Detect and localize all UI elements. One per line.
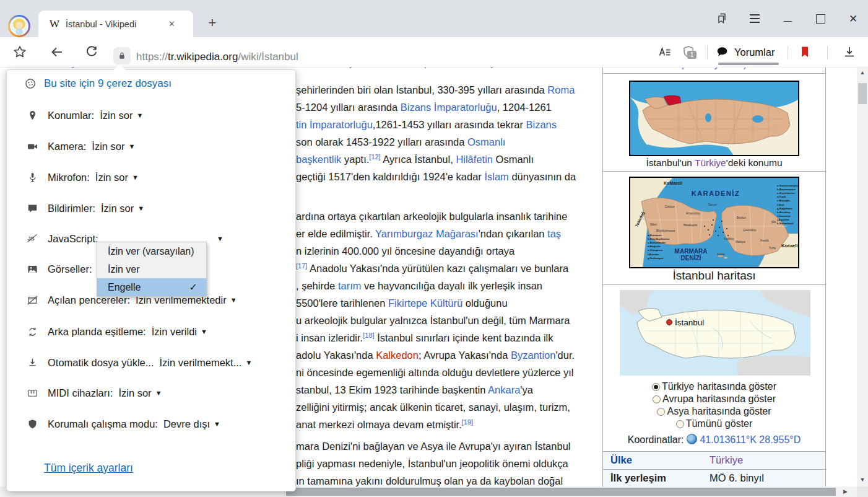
permission-row-javascript[interactable]: JSJavaScript:▼ (25, 231, 98, 247)
chevron-down-icon[interactable]: ▼ (136, 112, 143, 119)
article-link[interactable]: başkentlik (296, 154, 341, 165)
radio-icon[interactable] (652, 383, 660, 391)
vertical-scroll-thumb[interactable] (858, 83, 867, 104)
dropdown-item-option[interactable]: İzin ver (97, 260, 206, 278)
radio-option[interactable]: Tümünü göster (603, 418, 825, 430)
article-link[interactable]: Kalkedon (376, 350, 419, 361)
chevron-down-icon[interactable]: ▼ (155, 389, 162, 397)
chevron-down-icon[interactable]: ▼ (129, 143, 136, 150)
collections-icon[interactable] (716, 12, 728, 25)
permission-value[interactable]: İzin verilmemekt... (160, 357, 242, 369)
scroll-up-icon[interactable]: ▲ (857, 69, 868, 76)
bookmark-icon[interactable] (797, 45, 812, 59)
country-value[interactable]: Türkiye (710, 454, 743, 466)
chevron-down-icon[interactable]: ▼ (245, 359, 252, 366)
permission-row-camera[interactable]: Kamera:İzin sor▼ (25, 138, 135, 154)
reference-link[interactable]: [18] (363, 332, 374, 339)
close-button[interactable]: ✕ (847, 12, 859, 25)
turkey-locator-map[interactable]: İstanbul (620, 290, 810, 376)
svg-text:Çatalca: Çatalca (665, 205, 675, 208)
article-link[interactable]: Ankara (488, 384, 520, 395)
all-content-settings-link[interactable]: Tüm içerik ayarları (44, 462, 133, 475)
permission-value[interactable]: İzin sor (101, 203, 134, 214)
permission-value[interactable]: İzin sor (118, 387, 151, 399)
istanbul-district-map[interactable]: KARADENİZ MARMARA DENİZİ Kırklareli Teki… (629, 177, 799, 268)
dropdown-item-option[interactable]: İzin ver (varsayılan) (97, 242, 206, 260)
map1-caption-link[interactable]: Türkiye (695, 157, 726, 168)
article-link[interactable]: tarım (338, 280, 362, 291)
reference-link[interactable]: [17] (296, 262, 307, 270)
permission-value[interactable]: İzin sor (100, 110, 132, 121)
chevron-down-icon[interactable]: ▼ (201, 328, 207, 335)
radio-icon[interactable] (653, 395, 661, 403)
article-text: 5500'lere tarihlenen (296, 297, 388, 309)
article-link[interactable]: taş (547, 228, 561, 239)
country-label[interactable]: Ülke (610, 454, 632, 466)
chevron-down-icon[interactable]: ▼ (230, 296, 237, 304)
article-link[interactable]: Hilâfetin (456, 154, 493, 165)
radio-icon[interactable] (657, 408, 665, 416)
article-link[interactable]: tin İmparatorluğu (296, 119, 373, 130)
article-link[interactable]: Yarımburgaz Mağarası (375, 228, 479, 239)
scroll-right-icon[interactable]: ▶ (843, 488, 848, 495)
article-link[interactable]: Byzantion (511, 350, 555, 361)
svg-text:c-Zeytinburnu: c-Zeytinburnu (777, 191, 795, 195)
article-link[interactable]: Bizans İmparatorluğu (401, 102, 497, 113)
permission-value[interactable]: İzin sor (92, 141, 124, 152)
permission-row-background-sync[interactable]: Arka planda eşitleme:İzin verildi▼ (25, 323, 207, 340)
tab-istanbul[interactable]: W İstanbul - Vikipedi ✕ (38, 11, 193, 37)
immersive-reader-icon[interactable] (658, 45, 672, 59)
permission-row-location[interactable]: Konumlar:İzin sor▼ (25, 107, 143, 123)
reference-link[interactable]: [19] (462, 418, 473, 426)
comments-button[interactable]: Yorumlar (716, 45, 775, 59)
article-link[interactable]: Osmanlı (467, 136, 505, 147)
tracking-shield-icon[interactable]: 1 (681, 45, 696, 59)
permission-row-microphone[interactable]: Mikrofon:İzin sor▼ (25, 169, 139, 185)
article-link[interactable]: İslam (484, 171, 508, 182)
permission-value[interactable]: İzin verildi (152, 326, 197, 338)
permission-row-images[interactable]: Görseller: (25, 261, 92, 277)
vertical-scrollbar[interactable]: ▲ ▼ (857, 67, 868, 486)
article-link[interactable]: Roma (547, 84, 575, 95)
profile-avatar[interactable] (8, 15, 30, 37)
scroll-down-icon[interactable]: ▼ (857, 477, 868, 483)
chevron-down-icon[interactable]: ▼ (214, 420, 220, 428)
article-link[interactable]: Bizans (526, 119, 557, 130)
chevron-down-icon[interactable]: ▼ (217, 235, 224, 242)
shield-badge: 1 (687, 51, 697, 59)
article-link[interactable]: Fikirtepe Kültürü (388, 297, 462, 309)
permission-row-auto-download[interactable]: Otomatik dosya yükle...İzin verilmemekt.… (25, 354, 252, 371)
permission-value[interactable]: İzin sor (95, 172, 128, 183)
menu-icon[interactable] (749, 12, 761, 25)
dropdown-item-selected[interactable]: Engelle✓ (97, 278, 206, 296)
back-icon[interactable] (50, 45, 64, 59)
radio-label: Asya haritasında göster (667, 406, 771, 417)
coordinates-link[interactable]: 41.013611°K 28.955°D (700, 434, 801, 445)
reload-icon[interactable] (84, 45, 99, 59)
new-tab-button[interactable]: + (204, 15, 220, 31)
chevron-down-icon[interactable]: ▼ (137, 205, 144, 212)
maximize-button[interactable] (814, 12, 827, 25)
cookies-row[interactable]: Bu site için 9 çerez dosyası (24, 77, 171, 90)
radio-icon[interactable] (676, 420, 684, 428)
favorites-star-icon[interactable] (12, 45, 27, 59)
radio-option[interactable]: Avrupa haritasında göster (603, 393, 825, 405)
address-bar[interactable]: https://tr.wikipedia.org/wiki/İstanbul (136, 51, 298, 63)
permission-row-midi[interactable]: MIDI cihazları:İzin sor▼ (25, 385, 162, 401)
javascript-permission-dropdown: İzin ver (varsayılan)İzin verEngelle✓ (97, 242, 207, 297)
minimize-button[interactable] (781, 12, 794, 25)
cookies-link[interactable]: Bu site için 9 çerez dosyası (44, 77, 171, 90)
svg-text:Kadıköy: Kadıköy (724, 237, 734, 240)
radio-selected[interactable]: Türkiye haritasında göster (603, 380, 825, 393)
reference-link[interactable]: [12] (369, 153, 380, 161)
downloads-icon[interactable] (842, 45, 857, 59)
tab-close-icon[interactable]: ✕ (168, 19, 175, 29)
site-lock-chip[interactable] (113, 47, 131, 64)
turkey-province-map[interactable] (629, 81, 799, 156)
chevron-down-icon[interactable]: ▼ (132, 174, 139, 181)
horizontal-scroll-thumb[interactable] (286, 488, 836, 496)
permission-value[interactable]: Devre dışı (163, 418, 210, 430)
permission-row-sandbox[interactable]: Korumalı çalışma modu:Devre dışı▼ (25, 416, 220, 432)
permission-row-notifications[interactable]: Bildirimler:İzin sor▼ (25, 200, 144, 216)
radio-option[interactable]: Asya haritasında göster (603, 405, 825, 418)
